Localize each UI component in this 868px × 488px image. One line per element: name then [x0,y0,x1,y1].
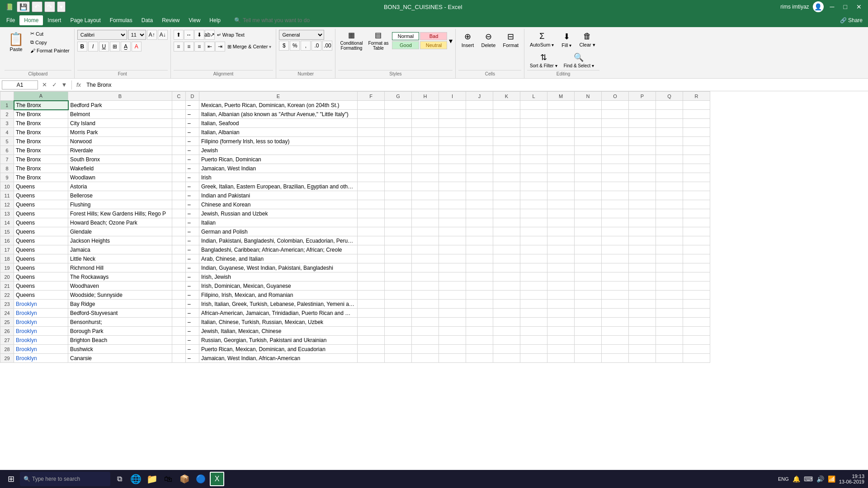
cell-empty[interactable] [520,209,547,218]
cell-empty[interactable] [358,191,385,200]
cell-B2[interactable]: Belmont [68,110,172,119]
cell-empty[interactable] [575,209,602,218]
cell-A7[interactable]: The Bronx [14,155,68,164]
increase-decimal-button[interactable]: .00 [322,41,332,51]
taskbar-keyboard-icon[interactable]: ⌨ [804,475,813,483]
cell-E3[interactable]: Italian, Seafood [199,119,358,128]
cell-empty[interactable] [656,128,683,137]
cell-empty[interactable] [602,354,629,363]
cell-empty[interactable] [602,245,629,254]
cell-empty[interactable] [358,336,385,345]
cell-empty[interactable] [466,218,493,227]
cell-A28[interactable]: Brooklyn [14,345,68,354]
cell-empty[interactable] [385,245,412,254]
bold-button[interactable]: B [77,42,87,52]
cell-empty[interactable] [466,101,493,110]
menu-file[interactable]: File [2,15,19,25]
col-header-Q[interactable]: Q [656,92,683,101]
cell-A19[interactable]: Queens [14,263,68,272]
cell-E20[interactable]: Irish, Jewish [199,272,358,282]
cell-A16[interactable]: Queens [14,236,68,245]
cell-empty[interactable] [385,272,412,282]
cell-C5[interactable] [172,137,186,146]
cell-empty[interactable] [412,263,439,272]
good-style-cell[interactable]: Good [392,41,419,49]
cell-empty[interactable] [575,254,602,263]
col-header-I[interactable]: I [439,92,466,101]
cell-reference-box[interactable] [2,80,38,89]
cell-empty[interactable] [629,227,656,236]
cell-A2[interactable]: The Bronx [14,110,68,119]
cell-empty[interactable] [385,354,412,363]
cell-empty[interactable] [602,218,629,227]
cell-empty[interactable] [466,327,493,336]
cell-E13[interactable]: Jewish, Russian and Uzbek [199,209,358,218]
cell-empty[interactable] [493,173,520,182]
cell-empty[interactable] [358,128,385,137]
cell-empty[interactable] [385,146,412,155]
cell-empty[interactable] [493,354,520,363]
cell-empty[interactable] [575,282,602,291]
cell-empty[interactable] [602,227,629,236]
cell-empty[interactable] [466,164,493,173]
cell-empty[interactable] [493,282,520,291]
customize-qa-button[interactable]: ▾ [57,1,66,12]
cell-empty[interactable] [358,318,385,327]
cell-E15[interactable]: German and Polish [199,227,358,236]
copy-button[interactable]: ⧉ Copy [28,38,71,46]
cell-empty[interactable] [656,254,683,263]
col-header-N[interactable]: N [575,92,602,101]
number-format-select[interactable]: General [279,30,324,40]
cell-empty[interactable] [656,146,683,155]
cell-C1[interactable] [172,101,186,110]
cell-empty[interactable] [412,236,439,245]
cell-empty[interactable] [520,128,547,137]
neutral-style-cell[interactable]: Neutral [420,41,447,49]
cell-empty[interactable] [520,200,547,209]
cell-empty[interactable] [602,119,629,128]
cell-empty[interactable] [493,110,520,119]
cell-E4[interactable]: Italian, Albanian [199,128,358,137]
cell-empty[interactable] [385,155,412,164]
cell-empty[interactable] [547,300,575,309]
cell-C21[interactable] [172,282,186,291]
cell-E10[interactable]: Greek, Italian, Eastern European, Brazil… [199,182,358,191]
cell-empty[interactable] [412,146,439,155]
cell-empty[interactable] [683,101,710,110]
cell-empty[interactable] [385,345,412,354]
cell-empty[interactable] [385,119,412,128]
row-number[interactable]: 27 [0,336,14,345]
cell-B24[interactable]: Bedford-Stuyvesant [68,309,172,318]
cell-B20[interactable]: The Rockaways [68,272,172,282]
cell-empty[interactable] [683,173,710,182]
cell-D11[interactable]: – [186,191,199,200]
cell-empty[interactable] [520,354,547,363]
cell-B27[interactable]: Brighton Beach [68,336,172,345]
row-number[interactable]: 20 [0,272,14,282]
cell-empty[interactable] [629,119,656,128]
cell-D29[interactable]: – [186,354,199,363]
autosum-button[interactable]: Σ AutoSum ▾ [527,30,557,49]
cell-empty[interactable] [520,336,547,345]
cell-empty[interactable] [629,236,656,245]
cell-C2[interactable] [172,110,186,119]
cell-empty[interactable] [466,200,493,209]
cell-D7[interactable]: – [186,155,199,164]
cell-E26[interactable]: Jewish, Italian, Mexican, Chinese [199,327,358,336]
cell-empty[interactable] [602,128,629,137]
search-taskbar[interactable]: 🔍 Type here to search [20,472,110,486]
cell-empty[interactable] [358,101,385,110]
cell-empty[interactable] [683,263,710,272]
cell-A4[interactable]: The Bronx [14,128,68,137]
cell-B28[interactable]: Bushwick [68,345,172,354]
cell-empty[interactable] [439,263,466,272]
row-number[interactable]: 24 [0,309,14,318]
cell-empty[interactable] [656,173,683,182]
cell-empty[interactable] [575,110,602,119]
cell-empty[interactable] [466,137,493,146]
cell-empty[interactable] [466,291,493,300]
cell-empty[interactable] [656,300,683,309]
cell-empty[interactable] [520,263,547,272]
cell-empty[interactable] [466,318,493,327]
cell-empty[interactable] [629,309,656,318]
